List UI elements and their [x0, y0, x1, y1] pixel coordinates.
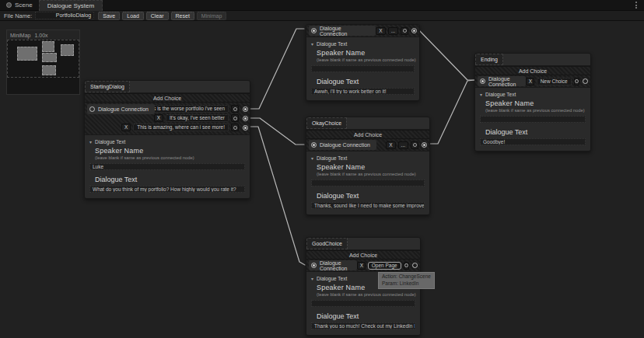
- edge-bad-choice: [250, 29, 304, 109]
- choice-settings-button[interactable]: [231, 105, 239, 113]
- input-port[interactable]: [89, 106, 95, 112]
- tab-dialogue-system[interactable]: Dialogue System: [39, 0, 103, 11]
- connection-label: Dialogue Connection: [488, 76, 520, 87]
- output-port[interactable]: [411, 28, 417, 33]
- scene-icon: [6, 2, 12, 8]
- connection-header: Dialogue Connection X New Choice: [475, 75, 590, 87]
- dialogue-text-input[interactable]: Goodbye!: [480, 138, 586, 145]
- minimap-title: MiniMap: [10, 33, 30, 38]
- settings-button[interactable]: [411, 141, 418, 149]
- delete-button[interactable]: X: [376, 27, 385, 35]
- speaker-name-label: Speaker Name: [95, 147, 245, 155]
- dialogue-text-input[interactable]: Awwh, i'll try to work better on it!: [311, 88, 415, 95]
- tooltip-param-line: Param: LinkedIn: [382, 281, 431, 287]
- choice-text-input[interactable]: This is the worse portfolio i've seen: [142, 105, 229, 113]
- tooltip-action-line: Action: ChangeScene: [382, 274, 431, 281]
- more-button[interactable]: ...: [398, 141, 408, 149]
- node-ending[interactable]: Ending Add Choice Dialogue Connection X …: [474, 53, 591, 152]
- minimap-body[interactable]: [7, 40, 79, 96]
- dialogue-system-editor: Scene Dialogue System File Name: Portfol…: [0, 0, 644, 338]
- dialogue-text-foldout[interactable]: ▾ Dialogue Text: [311, 155, 425, 161]
- minimap-button[interactable]: Minimap: [197, 12, 226, 20]
- node-bad-response[interactable]: Dialogue Connection X ... ▾ Dialogue Tex…: [306, 24, 420, 101]
- delete-choice-button[interactable]: X: [121, 124, 131, 131]
- speaker-name-input[interactable]: [311, 179, 425, 186]
- input-port[interactable]: [311, 142, 317, 148]
- kebab-menu-icon[interactable]: [634, 0, 639, 10]
- dialogue-text-label: Dialogue Text: [317, 312, 415, 320]
- toolbar: File Name: PortfolioDialog Save Load Cle…: [0, 11, 644, 21]
- dialogue-text-foldout[interactable]: ▾ Dialogue Text: [311, 41, 415, 47]
- file-name-input[interactable]: PortfolioDialog: [35, 12, 94, 19]
- add-choice-button[interactable]: Add Choice: [85, 93, 250, 103]
- speaker-name-input[interactable]: [480, 116, 586, 123]
- gear-icon: [233, 107, 237, 111]
- choice-text-input[interactable]: Open Page: [368, 262, 401, 270]
- settings-button[interactable]: [401, 27, 408, 35]
- clear-button[interactable]: Clear: [146, 12, 169, 20]
- node-title: StartingDialog: [90, 84, 124, 89]
- node-title-tab[interactable]: StartingDialog: [85, 81, 130, 92]
- speaker-name-input[interactable]: [311, 65, 415, 72]
- foldout-arrow-icon: ▾: [311, 41, 313, 47]
- add-choice-button[interactable]: Add Choice: [475, 66, 590, 75]
- delete-choice-button[interactable]: X: [154, 114, 163, 122]
- foldout-arrow-icon: ▾: [311, 155, 313, 161]
- choice-settings-button[interactable]: [231, 124, 239, 131]
- gear-icon: [403, 29, 407, 33]
- choice-output-port[interactable]: [243, 116, 248, 121]
- node-starting-dialog[interactable]: StartingDialog Add Choice Dialogue Conne…: [84, 80, 250, 199]
- node-title-tab[interactable]: Ending: [475, 54, 503, 65]
- output-port[interactable]: [422, 142, 427, 148]
- settings-button[interactable]: [574, 78, 579, 85]
- input-port[interactable]: [311, 28, 317, 33]
- choice-settings-button[interactable]: [231, 114, 239, 122]
- more-button[interactable]: ...: [388, 27, 398, 35]
- node-title-tab[interactable]: OkayChoice: [306, 117, 347, 129]
- node-title-tab[interactable]: GoodChoice: [306, 238, 348, 249]
- output-port[interactable]: [412, 263, 418, 268]
- dialogue-text-foldout[interactable]: ▾ Dialogue Text: [89, 139, 245, 145]
- minimap-node: [61, 44, 74, 56]
- node-body: ▾ Dialogue Text Speaker Name (leave blan…: [306, 151, 429, 214]
- delete-button[interactable]: X: [357, 262, 366, 270]
- choice-row: X This is amazing, where can i see more!: [86, 123, 248, 132]
- minimap-node: [17, 47, 37, 61]
- speaker-hint: (leave blank if same as previous connect…: [317, 57, 415, 62]
- edge-okay-choice: [250, 118, 304, 145]
- tab-dialogue-system-label: Dialogue System: [47, 2, 94, 9]
- dialogue-text-foldout[interactable]: ▾ Dialogue Text: [480, 92, 586, 97]
- choice-output-port[interactable]: [243, 125, 248, 131]
- speaker-name-input[interactable]: [311, 300, 415, 307]
- node-title-bar: GoodChoice: [306, 238, 420, 250]
- graph-canvas[interactable]: MiniMap 1.00x StartingDialog Add Choice: [0, 21, 644, 338]
- foldout-arrow-icon: ▾: [89, 139, 92, 145]
- delete-button[interactable]: X: [526, 78, 534, 85]
- choice-output-port[interactable]: [243, 106, 248, 112]
- dialogue-text-input[interactable]: Thanks, sound like I need to make some i…: [311, 202, 425, 209]
- reset-button[interactable]: Reset: [171, 12, 194, 20]
- load-button[interactable]: Load: [122, 12, 144, 20]
- minimap-panel[interactable]: MiniMap 1.00x: [6, 30, 80, 95]
- dialogue-text-label: Dialogue Text: [485, 128, 586, 136]
- delete-button[interactable]: X: [386, 141, 395, 149]
- speaker-name-input[interactable]: Luke: [89, 163, 245, 170]
- choice-text-input[interactable]: New Choice: [537, 78, 572, 85]
- minimap-header: MiniMap 1.00x: [7, 30, 79, 40]
- output-port[interactable]: [583, 78, 588, 84]
- choice-text-input[interactable]: This is amazing, where can i see more!: [133, 124, 229, 131]
- save-button[interactable]: Save: [98, 12, 120, 20]
- settings-button[interactable]: [404, 262, 409, 270]
- node-body: ▾ Dialogue Text Speaker Name (leave blan…: [85, 134, 250, 198]
- add-choice-button[interactable]: Add Choice: [306, 130, 429, 139]
- choice-text-input[interactable]: It's okay, I've seen better: [166, 114, 229, 122]
- scene-button[interactable]: Scene: [0, 2, 39, 9]
- choice-row: X It's okay, I've seen better: [86, 113, 248, 123]
- dialogue-text-input[interactable]: What do you think of my portfolio? How h…: [89, 186, 245, 193]
- add-choice-button[interactable]: Add Choice: [306, 250, 420, 260]
- connection-label: Dialogue Connection: [320, 260, 351, 271]
- node-okay-choice[interactable]: OkayChoice Add Choice Dialogue Connectio…: [306, 117, 430, 215]
- dialogue-text-input[interactable]: Thank you so much! Check out my LinkedIn…: [311, 322, 415, 329]
- input-port[interactable]: [311, 263, 317, 268]
- input-port[interactable]: [480, 78, 485, 84]
